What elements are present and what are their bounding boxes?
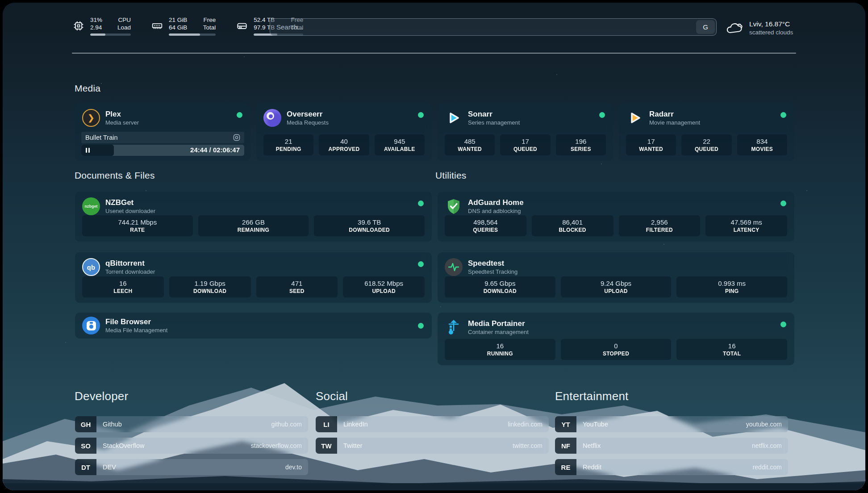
stat-filtered: 2,956 FILTERED [619, 215, 701, 236]
radarr-card[interactable]: Radarr Movie management 17 WANTED 22 QUE… [619, 103, 794, 161]
stat-available: 945 AVAILABLE [375, 134, 425, 155]
memory-free-value: 21 GiB [169, 16, 187, 24]
twitter-name: Twitter [337, 438, 513, 454]
bookmark-dev[interactable]: DT DEV dev.to [75, 459, 308, 475]
dev-name: DEV [96, 459, 285, 475]
qbittorrent-icon: qb [82, 258, 100, 276]
memory-stat: 21 GiB 64 GiB Free Total [151, 16, 216, 36]
stat-running: 16 RUNNING [445, 339, 555, 360]
stat-downloaded: 39.6 TB DOWNLOADED [314, 215, 425, 236]
github-name: Github [96, 416, 271, 432]
plex-card[interactable]: ❯ Plex Media server Bullet Train 24:44 /… [75, 103, 250, 161]
bookmark-reddit[interactable]: RE Reddit reddit.com [555, 459, 788, 475]
bookmark-stackoverflow[interactable]: SO StackOverflow stackoverflow.com [75, 438, 308, 454]
pause-icon[interactable] [86, 148, 90, 153]
adguard-card[interactable]: AdGuard Home DNS and adblocking 498,564 … [438, 192, 794, 242]
snow-specks [3, 3, 4, 4]
sonarr-card[interactable]: Sonarr Series management 485 WANTED 17 Q… [438, 103, 613, 161]
stat-download: 9.65 Gbps DOWNLOAD [445, 276, 555, 297]
filebrowser-icon [82, 317, 100, 334]
stat-wanted: 17 WANTED [626, 134, 676, 155]
radarr-icon [626, 109, 644, 127]
plex-now-playing: Bullet Train [81, 132, 244, 143]
github-abbr: GH [75, 416, 96, 432]
youtube-name: YouTube [576, 416, 746, 432]
qbittorrent-title: qBittorrent [105, 259, 155, 268]
bookmark-linkedin[interactable]: LI LinkedIn linkedin.com [316, 416, 549, 432]
cpu-icon [73, 20, 84, 32]
linkedin-abbr: LI [316, 416, 337, 432]
twitter-url: twitter.com [513, 438, 549, 454]
github-url: github.com [271, 416, 308, 432]
radarr-subtitle: Movie management [649, 119, 700, 126]
stat-movies: 834 MOVIES [737, 134, 787, 155]
dev-url: dev.to [285, 459, 308, 475]
nzbget-status-dot [418, 201, 424, 206]
overseerr-card[interactable]: Overseerr Media Requests 21 PENDING 40 A… [256, 103, 432, 161]
filebrowser-card[interactable]: File Browser Media File Management [75, 313, 432, 338]
search-input[interactable] [270, 19, 696, 35]
stat-approved: 40 APPROVED [319, 134, 369, 155]
session-icon[interactable] [233, 134, 240, 141]
qbittorrent-subtitle: Torrent downloader [105, 268, 155, 276]
stat-latency: 47.569 ms LATENCY [705, 215, 787, 236]
stat-ping: 0.993 ms PING [676, 276, 787, 297]
cpu-progress [90, 33, 131, 36]
youtube-url: youtube.com [746, 416, 788, 432]
dashboard: 31% 2.94 CPU Load 21 GiB [3, 3, 865, 490]
netflix-url: netflix.com [752, 438, 788, 454]
weather-location-temp: Lviv, 16.87°C [749, 20, 793, 29]
cloud-icon [726, 21, 743, 36]
speedtest-icon [445, 258, 463, 276]
playback-time: 24:44 / 02:06:47 [190, 146, 240, 154]
media-cards-row: ❯ Plex Media server Bullet Train 24:44 /… [75, 103, 794, 161]
bookmark-github[interactable]: GH Github github.com [75, 416, 308, 432]
qbittorrent-card[interactable]: qb qBittorrent Torrent downloader 16 LEE… [75, 252, 432, 303]
overseerr-title: Overseerr [287, 109, 329, 119]
portainer-card[interactable]: Media Portainer Container management 16 … [438, 313, 794, 365]
stat-remaining: 266 GB REMAINING [198, 215, 309, 236]
reddit-name: Reddit [576, 459, 753, 475]
header-divider [72, 53, 796, 54]
qbittorrent-status-dot [418, 261, 424, 267]
now-playing-title: Bullet Train [85, 134, 233, 141]
filebrowser-status-dot [418, 323, 424, 329]
nzbget-subtitle: Usenet downloader [105, 207, 155, 215]
search-provider-button[interactable]: G [696, 20, 715, 34]
overseerr-status-dot [418, 112, 424, 118]
bookmark-youtube[interactable]: YT YouTube youtube.com [555, 416, 788, 432]
stat-upload: 9.24 Gbps UPLOAD [561, 276, 672, 297]
stat-pending: 21 PENDING [263, 134, 313, 155]
netflix-name: Netflix [576, 438, 752, 454]
portainer-subtitle: Container management [468, 328, 529, 336]
section-title-documents: Documents & Files [75, 170, 155, 181]
bookmark-twitter[interactable]: TW Twitter twitter.com [316, 438, 549, 454]
dev-abbr: DT [75, 459, 96, 475]
stat-total: 16 TOTAL [676, 339, 787, 360]
plex-subtitle: Media server [105, 119, 139, 126]
sonarr-subtitle: Series management [468, 119, 520, 126]
cpu-label: CPU [116, 16, 131, 24]
section-title-utilities: Utilities [435, 170, 466, 181]
nzbget-title: NZBGet [105, 198, 155, 207]
bookmark-netflix[interactable]: NF Netflix netflix.com [555, 438, 788, 454]
cpu-stat: 31% 2.94 CPU Load [73, 16, 131, 36]
stat-queries: 498,564 QUERIES [445, 215, 526, 236]
filebrowser-subtitle: Media File Management [105, 326, 167, 334]
stat-download: 1.19 Gbps DOWNLOAD [169, 276, 251, 297]
adguard-icon [445, 197, 463, 215]
reddit-url: reddit.com [753, 459, 788, 475]
adguard-status-dot [780, 201, 786, 206]
system-stats-bar: 31% 2.94 CPU Load 21 GiB [73, 16, 303, 36]
stat-queued: 17 QUEUED [500, 134, 550, 155]
radarr-title: Radarr [649, 109, 700, 119]
cpu-load-label: Load [116, 24, 131, 31]
stat-blocked: 86,401 BLOCKED [532, 215, 613, 236]
stat-queued: 22 QUEUED [681, 134, 731, 155]
plex-progress-bar[interactable]: 24:44 / 02:06:47 [81, 145, 244, 156]
speedtest-card[interactable]: Speedtest Speedtest Tracking 9.65 Gbps D… [438, 252, 794, 303]
stackoverflow-name: StackOverflow [96, 438, 251, 454]
search-bar: G [270, 18, 717, 36]
nzbget-card[interactable]: nzbget NZBGet Usenet downloader 744.21 M… [75, 192, 432, 242]
sonarr-icon [445, 109, 463, 127]
